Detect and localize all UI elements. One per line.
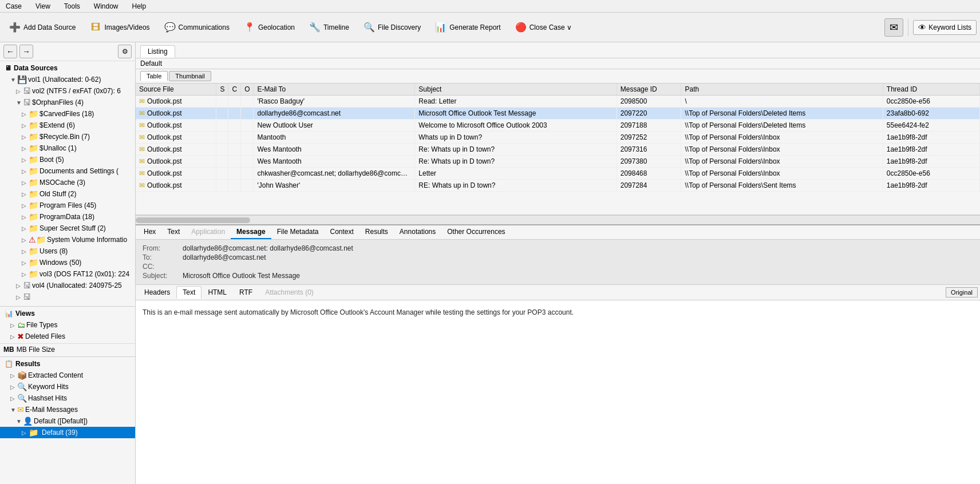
geolocation-button[interactable]: 📍 Geolocation [238, 18, 300, 37]
table-row[interactable]: ✉Outlook.pst Wes Mantooth Re: Whats up i… [136, 144, 980, 156]
deleted-files-node[interactable]: ▷ ✖ Deleted Files [0, 331, 135, 342]
table-row[interactable]: ✉Outlook.pst 'John Washer' RE: Whats up … [136, 180, 980, 192]
cell-source: ✉Outlook.pst [136, 132, 216, 144]
horizontal-scrollbar[interactable] [136, 215, 980, 224]
close-case-button[interactable]: 🔴 Close Case ∨ [509, 18, 577, 37]
hashset-hits-node[interactable]: ▷ 🔍 Hashset Hits [0, 392, 135, 404]
table-row[interactable]: ✉Outlook.pst New Outlook User Welcome to… [136, 120, 980, 132]
settings-button[interactable]: ⚙ [118, 45, 132, 58]
programfiles-node[interactable]: ▷ 📁 ProgramData (18) [0, 211, 135, 223]
table-row[interactable]: ✉Outlook.pst dollarhyde86@comcast.net Mi… [136, 108, 980, 120]
file-discovery-button[interactable]: 🔍 File Discovery [358, 18, 426, 37]
carved-node[interactable]: ▷ 📁 $Extend (6) [0, 120, 135, 131]
table-row[interactable]: ✉Outlook.pst chkwasher@comcast.net; doll… [136, 168, 980, 180]
results-tab[interactable]: Results [359, 225, 394, 239]
keyword-hits-node[interactable]: ▷ 🔍 Keyword Hits [0, 381, 135, 392]
other-occurrences-tab[interactable]: Other Occurrences [441, 225, 511, 239]
original-button[interactable]: Original [946, 287, 978, 297]
vol4-node[interactable]: ▷ 🖫 [0, 291, 135, 303]
docs-node[interactable]: ▷ 📁 MSOCache (3) [0, 177, 135, 188]
windows-node[interactable]: ▷ 📁 vol3 (DOS FAT12 (0x01): 224 [0, 268, 135, 280]
views-label: Views [15, 310, 35, 318]
menu-tools[interactable]: Tools [61, 1, 84, 11]
html-tab[interactable]: HTML [201, 286, 233, 299]
cell-c [228, 156, 241, 168]
mantooth-node[interactable]: ▼ 💾 vol1 (Unallocated: 0-62) [0, 74, 135, 85]
users-node[interactable]: ▷ 📁 Windows (50) [0, 257, 135, 268]
thumbnail-view-button[interactable]: Thumbnail [169, 71, 211, 81]
vol3-node[interactable]: ▷ 🖫 vol4 (Unallocated: 240975-25 [0, 280, 135, 291]
text-inner-tab[interactable]: Text [176, 286, 201, 299]
col-path[interactable]: Path [681, 84, 883, 96]
sysvolinfo-node[interactable]: ▷ 📁 Users (8) [0, 245, 135, 257]
col-s[interactable]: S [216, 84, 228, 96]
programfiles-icon: 📁 [29, 212, 38, 221]
menu-help[interactable]: Help [129, 1, 150, 11]
generate-report-button[interactable]: 📊 Generate Report [429, 18, 505, 37]
table-row[interactable]: ✉Outlook.pst 'Rasco Badguy' Read: Letter… [136, 96, 980, 108]
forward-button[interactable]: → [19, 45, 33, 58]
navigation-header: ← → ⚙ [0, 42, 135, 61]
cell-c [228, 120, 241, 132]
table-row[interactable]: ✉Outlook.pst Wes Mantooth Re: Whats up i… [136, 156, 980, 168]
email-table: Source File S C O E-Mail To Subject Mess… [136, 84, 980, 215]
secret-node[interactable]: ▷ ⚠📁 System Volume Informatio [0, 234, 135, 245]
unalloc-node[interactable]: ▷ 📁 Boot (5) [0, 154, 135, 165]
boot-label: Documents and Settings ( [39, 167, 118, 175]
images-videos-button[interactable]: 🎞 Images/Videos [84, 18, 155, 37]
rtf-tab[interactable]: RTF [233, 286, 259, 299]
back-button[interactable]: ← [3, 45, 17, 58]
recycle-node[interactable]: ▷ 📁 $Unalloc (1) [0, 142, 135, 154]
col-to[interactable]: E-Mail To [254, 84, 415, 96]
msocache-node[interactable]: ▷ 📁 Old Stuff (2) [0, 188, 135, 200]
vol2-node[interactable]: ▼ 🖫 $OrphanFiles (4) [0, 97, 135, 108]
col-thread[interactable]: Thread ID [883, 84, 979, 96]
programdata-node[interactable]: ▷ 📁 Super Secret Stuff (2) [0, 223, 135, 234]
attachments-tab[interactable]: Attachments (0) [259, 286, 320, 299]
cell-source: ✉Outlook.pst [136, 156, 216, 168]
keyword-lists-button[interactable]: 👁 Keyword Lists [913, 20, 977, 35]
orphan-node[interactable]: ▷ 📁 $CarvedFiles (18) [0, 108, 135, 120]
oldstuff-node[interactable]: ▷ 📁 Program Files (45) [0, 200, 135, 211]
to-value: dollarhyde86@comcast.net [183, 253, 266, 261]
menu-view[interactable]: View [32, 1, 54, 11]
file-types-node[interactable]: ▷ 🗂 File Types [0, 319, 135, 331]
col-source[interactable]: Source File [136, 84, 216, 96]
table-view-button[interactable]: Table [140, 71, 168, 81]
menu-window[interactable]: Window [90, 1, 122, 11]
menu-case[interactable]: Case [2, 1, 25, 11]
table-row[interactable]: ✉Outlook.pst Mantooth Whats up in D town… [136, 132, 980, 144]
boot-node[interactable]: ▷ 📁 Documents and Settings ( [0, 165, 135, 177]
communications-button[interactable]: 💬 Communications [159, 18, 235, 37]
text-tab[interactable]: Text [161, 225, 185, 239]
col-o[interactable]: O [241, 84, 254, 96]
default-group-node[interactable]: ▼ 👤 Default ([Default]) [0, 415, 135, 427]
hex-tab[interactable]: Hex [138, 225, 161, 239]
col-c[interactable]: C [228, 84, 241, 96]
extracted-content-node[interactable]: ▷ 📦 Extracted Content [0, 370, 135, 381]
vol1-node[interactable]: ▷ 🖫 vol2 (NTFS / exFAT (0x07): 6 [0, 85, 135, 97]
annotations-tab[interactable]: Annotations [394, 225, 441, 239]
message-tab[interactable]: Message [231, 225, 271, 239]
email-icon-button[interactable]: ✉ [884, 18, 903, 37]
email-messages-node[interactable]: ▼ ✉ E-Mail Messages [0, 404, 135, 415]
default-folder-node[interactable]: ▷ 📁 Default (39) [0, 427, 135, 438]
col-subject[interactable]: Subject [415, 84, 617, 96]
programdata-label: Super Secret Stuff (2) [39, 224, 106, 232]
col-msgid[interactable]: Message ID [617, 84, 681, 96]
timeline-button[interactable]: 🔧 Timeline [303, 18, 354, 37]
add-data-source-button[interactable]: ➕ Add Data Source [3, 18, 81, 37]
cell-thread: 1ae1b9f8-2df [883, 132, 979, 144]
views-header[interactable]: 📊 Views [0, 308, 135, 319]
headers-tab[interactable]: Headers [138, 286, 176, 299]
extend-node[interactable]: ▷ 📁 $Recycle.Bin (7) [0, 131, 135, 142]
data-sources-header[interactable]: 🖥 Data Sources [0, 62, 135, 74]
results-header[interactable]: 📋 Results [0, 358, 135, 370]
expand-carved: ▷ [22, 122, 27, 129]
cell-path: \\Top of Personal Folders\Inbox [681, 132, 883, 144]
file-metadata-tab[interactable]: File Metadata [271, 225, 325, 239]
context-tab[interactable]: Context [324, 225, 359, 239]
vol4-icon: 🖫 [23, 292, 31, 301]
listing-tab[interactable]: Listing [140, 45, 175, 58]
application-tab[interactable]: Application [185, 225, 231, 239]
